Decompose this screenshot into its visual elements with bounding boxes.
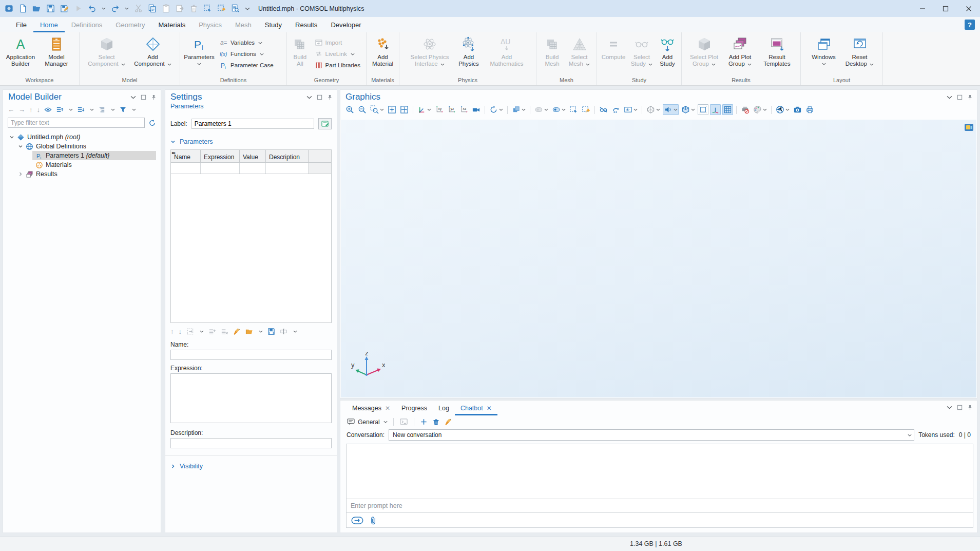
move-down-icon[interactable]: ↓ bbox=[37, 106, 41, 113]
select-physics-interface-button[interactable]: Select Physics Interface bbox=[409, 35, 450, 67]
tree-item-root[interactable]: Untitled.mph (root) bbox=[3, 132, 161, 142]
suppress-plot-icon[interactable] bbox=[740, 104, 751, 115]
add-material-button[interactable]: Add Material bbox=[369, 35, 396, 67]
cut-icon[interactable] bbox=[134, 4, 143, 13]
find-icon[interactable] bbox=[231, 4, 240, 13]
expand-all-chevron-icon[interactable] bbox=[69, 108, 73, 111]
grid-toggle-icon[interactable] bbox=[722, 104, 733, 115]
tab-physics[interactable]: Physics bbox=[192, 17, 228, 32]
panel-maximize-icon[interactable] bbox=[957, 405, 963, 410]
model-manager-button[interactable]: Model Manager bbox=[40, 35, 73, 67]
create-note-button[interactable] bbox=[318, 118, 332, 129]
clear-selection-icon[interactable] bbox=[217, 4, 226, 13]
panel-pin-icon[interactable] bbox=[967, 94, 973, 100]
chat-history[interactable] bbox=[347, 444, 973, 499]
rename-icon[interactable] bbox=[280, 328, 287, 335]
tree-item-materials[interactable]: Materials bbox=[3, 160, 161, 169]
delete-conversation-icon[interactable] bbox=[432, 418, 440, 426]
save-to-file-icon[interactable] bbox=[267, 328, 275, 335]
view-xz-icon[interactable]: xz bbox=[458, 104, 469, 115]
panel-pin-icon[interactable] bbox=[151, 94, 157, 100]
save-icon[interactable] bbox=[46, 4, 55, 13]
tab-results[interactable]: Results bbox=[289, 17, 324, 32]
graphics-canvas[interactable]: z y x bbox=[341, 120, 976, 397]
delete-icon[interactable] bbox=[189, 4, 198, 13]
move-to-chevron-icon[interactable] bbox=[200, 330, 204, 333]
close-tab-icon[interactable]: ✕ bbox=[385, 405, 390, 412]
chevron-down-icon[interactable] bbox=[9, 135, 14, 140]
graphics-context-button[interactable] bbox=[964, 123, 974, 131]
print-icon[interactable] bbox=[804, 104, 815, 115]
clear-table-icon[interactable] bbox=[233, 328, 241, 335]
row-move-down-icon[interactable]: ↓ bbox=[179, 328, 182, 335]
row-move-up-icon[interactable]: ↑ bbox=[170, 328, 174, 335]
duplicate-icon[interactable] bbox=[176, 4, 184, 13]
parameters-table[interactable]: ▸▸Name Expression Value Description bbox=[170, 149, 332, 323]
rotate-icon[interactable] bbox=[488, 104, 504, 115]
scene-light-icon[interactable] bbox=[533, 104, 549, 115]
result-templates-button[interactable]: Result Templates bbox=[760, 35, 795, 67]
rename-chevron-icon[interactable] bbox=[293, 330, 297, 333]
camera-perspective-icon[interactable] bbox=[471, 104, 482, 115]
new-conversation-icon[interactable] bbox=[420, 418, 428, 426]
console-icon[interactable] bbox=[399, 417, 408, 426]
close-button[interactable] bbox=[957, 0, 980, 17]
panel-maximize-icon[interactable] bbox=[141, 94, 146, 100]
conversation-select[interactable]: New conversation bbox=[389, 429, 914, 441]
select-mesh-button[interactable]: Select Mesh bbox=[567, 35, 592, 67]
open-icon[interactable] bbox=[32, 4, 41, 13]
tab-materials[interactable]: Materials bbox=[151, 17, 192, 32]
tab-file[interactable]: File bbox=[9, 17, 33, 32]
panel-maximize-icon[interactable] bbox=[957, 94, 963, 100]
show-toggle-icon[interactable] bbox=[44, 106, 52, 113]
clear-chat-icon[interactable] bbox=[445, 418, 452, 426]
table-empty-row[interactable] bbox=[171, 163, 331, 174]
zoom-out-icon[interactable] bbox=[357, 104, 368, 115]
select-box-icon[interactable] bbox=[568, 104, 579, 115]
image-to-window-icon[interactable] bbox=[399, 104, 410, 115]
paste-icon[interactable] bbox=[162, 4, 170, 13]
redo-icon[interactable] bbox=[111, 4, 120, 13]
chevron-down-icon[interactable] bbox=[18, 144, 23, 149]
redo-chevron-icon[interactable] bbox=[125, 7, 129, 10]
close-tab-icon[interactable]: ✕ bbox=[487, 405, 492, 412]
chat-mode-selector[interactable]: General bbox=[347, 417, 388, 426]
selection-sound-icon[interactable] bbox=[663, 104, 679, 115]
panel-menu-icon[interactable] bbox=[306, 94, 312, 100]
load-from-file-icon[interactable] bbox=[245, 328, 253, 335]
move-to-icon[interactable] bbox=[186, 328, 194, 335]
load-chevron-icon[interactable] bbox=[259, 330, 263, 333]
refresh-icon[interactable] bbox=[148, 119, 156, 127]
model-tree-node-text-icon[interactable] bbox=[98, 106, 106, 113]
toolbar-options-icon[interactable] bbox=[245, 7, 250, 10]
play-icon[interactable] bbox=[74, 4, 83, 13]
color-theme-icon[interactable] bbox=[752, 104, 768, 115]
select-study-button[interactable]: Select Study bbox=[630, 35, 654, 67]
panel-menu-icon[interactable] bbox=[947, 94, 952, 100]
select-plot-group-button[interactable]: Select Plot Group bbox=[688, 35, 721, 67]
tree-item-parameters[interactable]: Pi Parameters 1 {default} bbox=[3, 151, 161, 160]
tab-progress[interactable]: Progress bbox=[396, 401, 433, 415]
orthographic-projection-icon[interactable] bbox=[698, 104, 708, 115]
tab-definitions[interactable]: Definitions bbox=[65, 17, 109, 32]
add-mathematics-button[interactable]: ΔU Add Mathematics bbox=[487, 35, 526, 67]
scene-view-icon[interactable] bbox=[680, 104, 696, 115]
tab-messages[interactable]: Messages✕ bbox=[347, 401, 396, 415]
build-all-button[interactable]: Build All bbox=[290, 35, 311, 67]
tab-log[interactable]: Log bbox=[433, 401, 455, 415]
panel-menu-icon[interactable] bbox=[947, 405, 952, 410]
environment-reflections-icon[interactable] bbox=[551, 104, 567, 115]
panel-menu-icon[interactable] bbox=[130, 94, 136, 100]
name-input[interactable] bbox=[170, 350, 332, 360]
tab-developer[interactable]: Developer bbox=[324, 17, 368, 32]
add-row-icon[interactable] bbox=[208, 328, 216, 335]
view-xy-icon[interactable]: xy bbox=[434, 104, 445, 115]
chevron-right-icon[interactable] bbox=[18, 172, 23, 177]
add-component-button[interactable]: Add Component bbox=[133, 35, 172, 67]
add-physics-button[interactable]: Add Physics bbox=[454, 35, 483, 67]
compute-button[interactable]: Compute bbox=[600, 35, 627, 61]
select-component-button[interactable]: Select Component bbox=[87, 35, 126, 67]
zoom-in-icon[interactable] bbox=[344, 104, 355, 115]
windows-button[interactable]: Windows bbox=[810, 35, 838, 65]
livelink-button[interactable]: LiveLink bbox=[315, 50, 360, 58]
